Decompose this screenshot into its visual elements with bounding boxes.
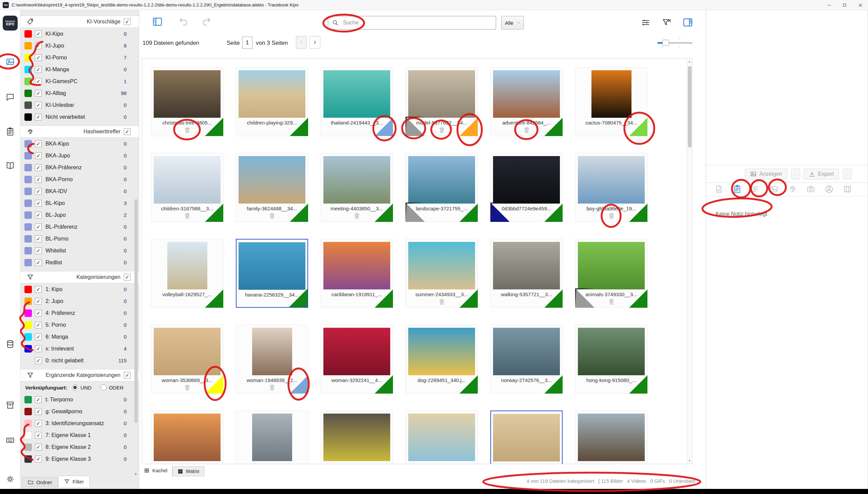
file-tile[interactable]: summer-2434933__3... xyxy=(405,239,478,308)
trash-icon[interactable] xyxy=(184,126,191,134)
filter-checkbox[interactable] xyxy=(35,42,42,49)
file-tile[interactable]: 0d3bbd7724e9e459... xyxy=(490,153,563,222)
file-tile[interactable]: woman-3292241__4... xyxy=(321,325,393,394)
sidebar-tab-filter[interactable]: Filter xyxy=(58,476,90,487)
archive-icon[interactable] xyxy=(5,400,15,410)
file-tab-icon[interactable] xyxy=(714,185,723,194)
splitter-handle[interactable]: ······ xyxy=(778,178,792,184)
settings-icon[interactable] xyxy=(5,474,15,484)
trash-icon[interactable] xyxy=(608,298,615,305)
filter-item[interactable]: x: Irrelevant 4 xyxy=(20,343,139,355)
filter-item[interactable]: 9: Eigene Klasse 3 0 xyxy=(20,453,139,465)
file-tile[interactable]: volleyball-1629527_... xyxy=(151,239,223,308)
previous-page-button[interactable] xyxy=(296,36,307,49)
export-button[interactable]: Export xyxy=(804,169,839,179)
filter-item[interactable]: 3: Identifizierungsansatz 0 xyxy=(20,417,139,429)
filter-item[interactable]: g: Gewaltporno 0 xyxy=(20,405,139,417)
filter-checkbox[interactable] xyxy=(35,456,42,462)
filter-item[interactable]: KI-Kipo 0 xyxy=(20,28,139,40)
filter-item[interactable]: KI-Porno 7 xyxy=(20,52,139,63)
export-dropdown-arrow[interactable] xyxy=(843,169,852,179)
file-tile[interactable]: walking-5357721__3... xyxy=(490,239,563,308)
filter-checkbox[interactable] xyxy=(35,114,42,120)
filter-item[interactable]: 1: Kipo 0 xyxy=(20,283,139,295)
file-tile[interactable]: christmas-tree-3805... xyxy=(151,67,223,136)
filter-item[interactable]: 6: Manga 0 xyxy=(20,331,139,343)
image-tab-icon[interactable] xyxy=(769,185,778,194)
filter-checkbox[interactable] xyxy=(35,259,42,266)
filter-section-header[interactable]: Hashwerttreffer xyxy=(20,126,139,138)
trash-icon[interactable] xyxy=(268,384,276,391)
file-tile[interactable] xyxy=(151,411,223,464)
file-tile[interactable]: dog-2289451_340.j... xyxy=(405,325,478,394)
filter-item[interactable]: BL-Porno 0 xyxy=(20,233,139,245)
trash-icon[interactable] xyxy=(184,212,191,220)
filter-checkbox[interactable] xyxy=(35,90,42,97)
file-tile[interactable]: caribbean-1918911_... xyxy=(321,239,393,308)
filter-checkbox[interactable] xyxy=(35,102,42,109)
filter-checkbox[interactable] xyxy=(35,212,42,218)
anzeigen-dropdown-arrow[interactable] xyxy=(791,169,800,179)
filter-item[interactable]: Whitelist 0 xyxy=(20,245,139,256)
filter-item[interactable]: BKA-IDV 0 xyxy=(20,185,139,197)
file-tile[interactable] xyxy=(236,411,308,464)
filter-checkbox[interactable] xyxy=(35,334,42,340)
filter-checkbox[interactable] xyxy=(35,420,42,427)
clear-filter-icon[interactable] xyxy=(662,18,672,27)
map-tab-icon[interactable] xyxy=(843,185,852,194)
page-number-input[interactable] xyxy=(242,37,252,49)
sidebar-scrollbar-thumb[interactable] xyxy=(134,199,138,423)
clipboard-tab-icon[interactable] xyxy=(733,185,742,194)
file-tile[interactable]: cactus-7080475__34... xyxy=(575,67,647,136)
section-checkbox[interactable] xyxy=(124,128,131,135)
trash-icon[interactable] xyxy=(353,212,361,220)
filter-item[interactable]: BL-Kipo 3 xyxy=(20,197,139,209)
report-icon[interactable] xyxy=(5,127,15,136)
filter-checkbox[interactable] xyxy=(35,345,42,352)
file-tile[interactable]: adventure-842584_... xyxy=(490,67,563,136)
scope-dropdown[interactable]: Alle xyxy=(501,16,524,30)
filter-checkbox[interactable] xyxy=(35,200,42,207)
file-tile[interactable]: hong-kong-915080_... xyxy=(575,325,647,394)
filter-item[interactable]: BKA-Porno 0 xyxy=(20,173,139,185)
toggle-right-panel-icon[interactable] xyxy=(682,17,693,28)
filter-item[interactable]: BL-Präferenz 0 xyxy=(20,221,139,233)
filter-item[interactable]: KI-GamesPC 1 xyxy=(20,75,139,87)
filter-item[interactable]: Nicht verarbeitet 0 xyxy=(20,111,139,123)
file-tile[interactable]: landscape-3721755_... xyxy=(405,153,478,222)
camera-tab-icon[interactable] xyxy=(806,185,815,194)
filter-item[interactable]: BKA-Kipo 0 xyxy=(20,138,139,150)
devices-icon[interactable] xyxy=(5,435,15,445)
sidebar-scrollbar[interactable]: ▼ xyxy=(134,16,138,484)
filter-item[interactable]: 0: nicht gelabelt 115 xyxy=(20,355,139,366)
filter-checkbox[interactable] xyxy=(35,310,42,317)
toggle-sidebar-icon[interactable] xyxy=(152,16,163,27)
file-tile[interactable]: children-playing-329... xyxy=(236,67,308,136)
grid-scrollbar[interactable]: ▲ ▼ xyxy=(687,59,692,464)
filter-checkbox[interactable] xyxy=(35,188,42,195)
radio-und[interactable]: UND xyxy=(72,384,92,391)
view-tab-kachel[interactable]: Kachel xyxy=(139,465,172,476)
anzeigen-button[interactable]: Anzeigen xyxy=(745,169,787,179)
section-checkbox[interactable] xyxy=(124,18,131,25)
fingerprint-tab-icon[interactable] xyxy=(788,185,797,194)
filter-checkbox[interactable] xyxy=(35,152,42,159)
library-icon[interactable] xyxy=(5,161,15,170)
filter-section-header[interactable]: Kategorisierungen xyxy=(20,271,139,283)
filter-checkbox[interactable] xyxy=(35,164,42,171)
filter-item[interactable]: 4: Präferenz 0 xyxy=(20,307,139,319)
grid-scrollbar-thumb[interactable] xyxy=(688,66,692,148)
sidebar-tab-ordner[interactable]: Ordner xyxy=(22,477,58,487)
trash-icon[interactable] xyxy=(523,126,530,134)
grid-scroll-up-icon[interactable]: ▲ xyxy=(688,60,691,63)
filter-checkbox[interactable] xyxy=(35,286,42,293)
filter-checkbox[interactable] xyxy=(35,78,42,85)
file-tile[interactable]: meeting-4403850__3... xyxy=(321,153,393,222)
filter-item[interactable]: BL-Jupo 2 xyxy=(20,209,139,221)
filter-section-header[interactable]: Ergänzende Kategorisierungen xyxy=(20,369,139,381)
zoom-slider-knob[interactable] xyxy=(662,40,669,46)
maximize-button[interactable] xyxy=(837,0,852,10)
filter-checkbox[interactable] xyxy=(35,322,42,328)
trash-icon[interactable] xyxy=(184,384,191,391)
trash-icon[interactable] xyxy=(438,298,446,305)
